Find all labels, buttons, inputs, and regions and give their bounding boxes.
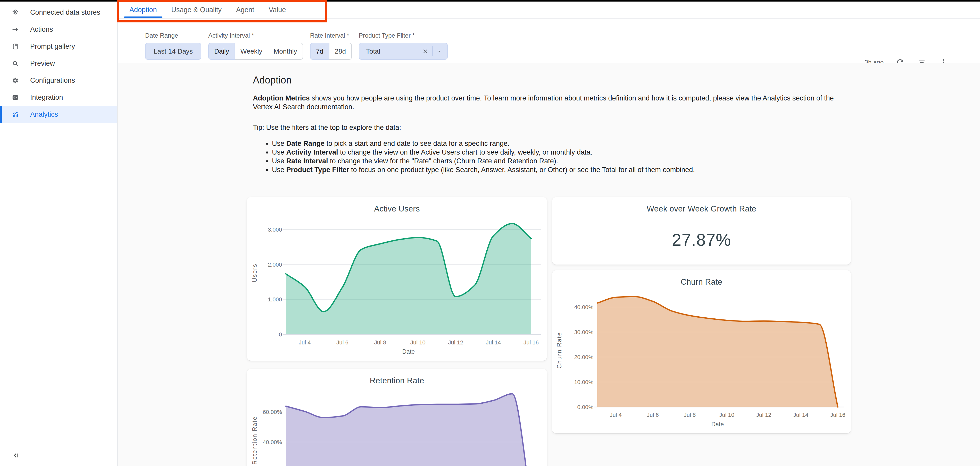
bullet-text: Use xyxy=(272,139,286,147)
bullet-text: Use xyxy=(272,157,286,165)
svg-text:Jul 8: Jul 8 xyxy=(684,412,696,418)
svg-text:Jul 12: Jul 12 xyxy=(448,339,463,346)
prompt-gallery-icon xyxy=(12,43,19,50)
sidebar-item-label: Configurations xyxy=(30,76,75,84)
sidebar-item-analytics[interactable]: Analytics xyxy=(0,106,117,123)
bullet-text: to focus on one product type (like Searc… xyxy=(349,166,695,174)
svg-text:Jul 10: Jul 10 xyxy=(410,339,426,346)
active-users-card: Active Users 01,0002,0003,000Jul 4Jul 6J… xyxy=(247,197,547,361)
sidebar-item-label: Analytics xyxy=(30,111,58,119)
rate-7d-option[interactable]: 7d xyxy=(310,43,329,60)
bullet-text: Use xyxy=(272,148,286,156)
activity-daily-option[interactable]: Daily xyxy=(208,43,235,60)
sidebar-item-configurations[interactable]: Configurations xyxy=(0,72,117,89)
svg-text:1,000: 1,000 xyxy=(268,296,282,303)
tab-value[interactable]: Value xyxy=(263,2,291,18)
main-area: Adoption Usage & Quality Agent Value Dat… xyxy=(118,2,980,466)
sidebar-item-integration[interactable]: Integration xyxy=(0,89,117,106)
tab-adoption[interactable]: Adoption xyxy=(124,2,162,18)
active-users-chart: 01,0002,0003,000Jul 4Jul 6Jul 8Jul 10Jul… xyxy=(247,197,547,361)
chevron-down-icon[interactable] xyxy=(436,48,442,54)
actions-arrow-icon xyxy=(12,26,19,33)
tab-label: Agent xyxy=(236,6,255,14)
intro-text: shows you how people are using the produ… xyxy=(253,94,834,111)
option-label: Daily xyxy=(214,48,229,55)
tip-paragraph: Tip: Use the filters at the top to explo… xyxy=(253,123,835,132)
option-label: 7d xyxy=(316,48,323,55)
growth-rate-card: Week over Week Growth Rate 27.87% xyxy=(552,197,851,265)
page-title: Adoption xyxy=(253,74,843,86)
clear-icon[interactable] xyxy=(422,48,429,55)
collapse-sidebar-button[interactable] xyxy=(10,450,21,461)
option-label: 28d xyxy=(335,48,346,55)
option-label: Monthly xyxy=(274,48,297,55)
svg-text:Churn Rate: Churn Rate xyxy=(556,332,563,369)
tab-usage-quality[interactable]: Usage & Quality xyxy=(166,2,227,18)
sidebar: Connected data stores Actions Prompt gal… xyxy=(0,0,118,466)
collapse-panel-icon xyxy=(11,451,19,460)
list-item: Use Product Type Filter to focus on one … xyxy=(272,165,843,174)
svg-text:Jul 8: Jul 8 xyxy=(374,339,386,346)
sidebar-item-actions[interactable]: Actions xyxy=(0,21,117,38)
bullet-bold: Date Range xyxy=(286,139,325,147)
svg-text:Jul 16: Jul 16 xyxy=(523,339,539,346)
sidebar-item-connected-data-stores[interactable]: Connected data stores xyxy=(0,4,117,21)
svg-text:40.00%: 40.00% xyxy=(574,304,593,311)
top-edge-strip xyxy=(0,0,980,2)
sidebar-item-label: Actions xyxy=(30,25,53,33)
svg-text:0: 0 xyxy=(279,331,282,338)
intro-paragraph: Adoption Metrics shows you how people ar… xyxy=(253,94,835,111)
svg-text:Jul 16: Jul 16 xyxy=(830,412,845,418)
growth-rate-value: 27.87% xyxy=(552,230,851,250)
search-icon xyxy=(12,60,19,67)
activity-monthly-option[interactable]: Monthly xyxy=(268,43,303,60)
sidebar-item-label: Connected data stores xyxy=(30,8,100,16)
svg-text:Retention Rate: Retention Rate xyxy=(251,416,258,464)
date-range-value: Last 14 Days xyxy=(154,48,193,55)
sidebar-item-prompt-gallery[interactable]: Prompt gallery xyxy=(0,38,117,55)
tips-list: Use Date Range to pick a start and end d… xyxy=(253,139,843,174)
rate-interval-label: Rate Interval * xyxy=(310,32,352,39)
churn-rate-chart: 0.00%10.00%20.00%30.00%40.00%Jul 4Jul 6J… xyxy=(552,270,851,433)
product-type-value: Total xyxy=(364,48,422,55)
sidebar-item-label: Prompt gallery xyxy=(30,43,75,51)
sidebar-item-label: Preview xyxy=(30,60,55,68)
list-item: Use Rate Interval to change the view for… xyxy=(272,157,843,165)
tab-bar: Adoption Usage & Quality Agent Value xyxy=(118,2,980,19)
list-item: Use Date Range to pick a start and end d… xyxy=(272,139,843,148)
product-type-dropdown[interactable]: Total xyxy=(359,43,448,60)
svg-text:20.00%: 20.00% xyxy=(574,354,593,360)
bullet-text: to change the view on the Active Users c… xyxy=(338,148,593,156)
filter-bar: Date Range Last 14 Days Activity Interva… xyxy=(118,19,980,63)
content-area: Adoption Adoption Metrics shows you how … xyxy=(118,63,980,466)
activity-interval-label: Activity Interval * xyxy=(208,32,303,39)
svg-text:Jul 10: Jul 10 xyxy=(719,412,734,418)
sidebar-item-preview[interactable]: Preview xyxy=(0,55,117,72)
bullet-bold: Rate Interval xyxy=(286,157,328,165)
svg-text:Jul 12: Jul 12 xyxy=(756,412,772,418)
bullet-bold: Activity Interval xyxy=(286,148,338,156)
bullet-text: to pick a start and end date to see data… xyxy=(325,139,509,147)
svg-text:Jul 14: Jul 14 xyxy=(486,339,501,346)
option-label: Weekly xyxy=(240,48,262,55)
date-range-label: Date Range xyxy=(145,32,201,39)
svg-text:Jul 4: Jul 4 xyxy=(610,412,622,418)
svg-text:Users: Users xyxy=(251,263,258,282)
activity-weekly-option[interactable]: Weekly xyxy=(235,43,268,60)
svg-text:30.00%: 30.00% xyxy=(574,329,593,335)
svg-text:2,000: 2,000 xyxy=(268,262,282,268)
list-item: Use Activity Interval to change the view… xyxy=(272,148,843,157)
svg-text:Date: Date xyxy=(711,421,724,428)
product-type-label: Product Type Filter * xyxy=(359,32,448,39)
gear-icon xyxy=(12,77,19,84)
tab-label: Usage & Quality xyxy=(172,6,222,14)
chart-title: Week over Week Growth Rate xyxy=(552,204,851,214)
svg-text:Jul 6: Jul 6 xyxy=(647,412,659,418)
date-range-chip[interactable]: Last 14 Days xyxy=(145,43,201,60)
retention-rate-card: Retention Rate 0.00%20.00%40.00%60.00%Ju… xyxy=(247,369,547,466)
rate-28d-option[interactable]: 28d xyxy=(329,43,352,60)
tab-agent[interactable]: Agent xyxy=(231,2,260,18)
tab-label: Adoption xyxy=(129,6,157,14)
retention-rate-chart: 0.00%20.00%40.00%60.00%Jul 4Jul 6Jul 8Ju… xyxy=(247,369,547,466)
activity-interval-filter: Activity Interval * Daily Weekly Monthly xyxy=(208,19,303,60)
